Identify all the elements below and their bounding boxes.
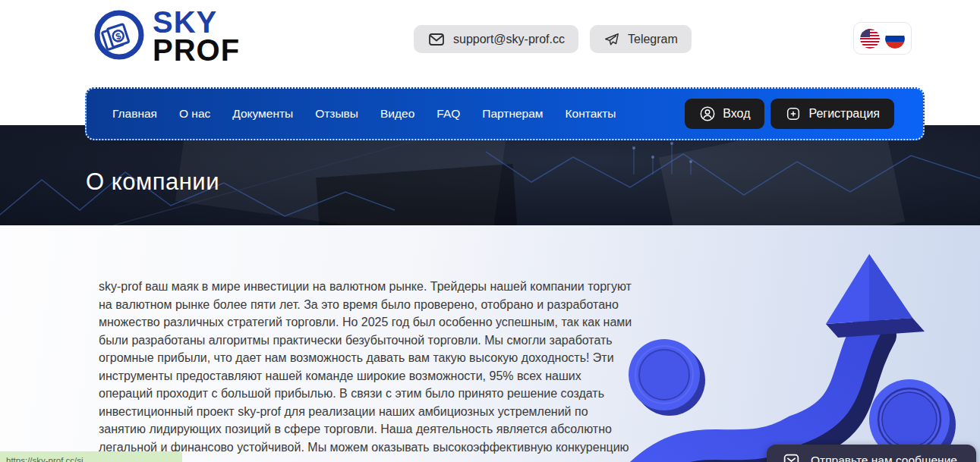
- nav-item-faq[interactable]: FAQ: [436, 107, 460, 121]
- page: $ SKY PROF support@sky-prof.cc Telegram: [0, 0, 980, 462]
- telegram-label: Telegram: [628, 33, 678, 46]
- register-label: Регистрация: [808, 107, 880, 121]
- telegram-button[interactable]: Telegram: [590, 25, 692, 53]
- nav-item-video[interactable]: Видео: [380, 107, 414, 121]
- nav-links: Главная О нас Документы Отзывы Видео FAQ…: [112, 107, 616, 121]
- logo[interactable]: $ SKY PROF: [93, 8, 240, 64]
- status-bar-url: https://sky-prof.cc/si: [0, 451, 182, 462]
- growth-arrow-illustration: [622, 248, 980, 462]
- logo-sky-text: SKY: [153, 8, 240, 36]
- chat-widget-button[interactable]: Отправьте нам сообщение: [767, 445, 976, 462]
- register-button[interactable]: Регистрация: [770, 99, 894, 129]
- chat-widget-label: Отправьте нам сообщение: [811, 454, 957, 462]
- chat-mail-icon: [782, 451, 801, 462]
- user-icon: [699, 105, 716, 122]
- about-paragraph: sky-prof ваш маяк в мире инвестиции на в…: [99, 278, 635, 462]
- telegram-icon: [603, 31, 620, 48]
- about-section: sky-prof ваш маяк в мире инвестиции на в…: [0, 225, 980, 462]
- support-email-button[interactable]: support@sky-prof.cc: [414, 25, 578, 53]
- register-plus-icon: [785, 105, 802, 122]
- login-label: Вход: [723, 107, 750, 121]
- ru-flag-icon[interactable]: [885, 29, 905, 49]
- mail-icon: [427, 30, 446, 49]
- login-button[interactable]: Вход: [685, 99, 764, 129]
- main-navbar: Главная О нас Документы Отзывы Видео FAQ…: [85, 87, 925, 140]
- us-flag-icon[interactable]: [860, 29, 880, 49]
- language-switcher: [853, 22, 912, 55]
- nav-item-about[interactable]: О нас: [179, 107, 210, 121]
- nav-actions: Вход Регистрация: [685, 99, 894, 129]
- nav-item-documents[interactable]: Документы: [232, 107, 293, 121]
- logo-wordmark: SKY PROF: [153, 8, 240, 64]
- nav-item-home[interactable]: Главная: [112, 107, 157, 121]
- coin-left: [629, 339, 705, 416]
- logo-prof-text: PROF: [153, 36, 240, 64]
- support-email-label: support@sky-prof.cc: [453, 33, 565, 46]
- nav-item-contacts[interactable]: Контакты: [566, 107, 616, 121]
- nav-item-reviews[interactable]: Отзывы: [315, 107, 358, 121]
- logo-icon: $: [93, 9, 145, 64]
- page-title: О компании: [86, 168, 219, 196]
- nav-item-partners[interactable]: Партнерам: [482, 107, 543, 121]
